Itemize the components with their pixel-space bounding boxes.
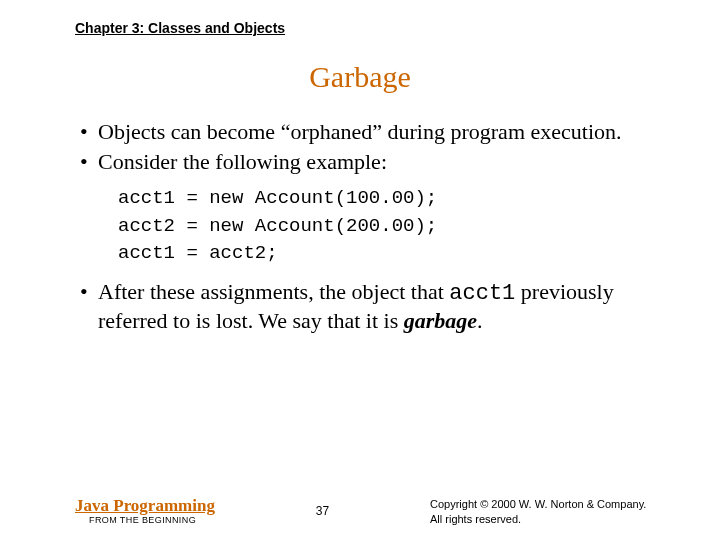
bullet-item: • Objects can become “orphaned” during p… (80, 118, 660, 146)
emphasis: garbage (404, 308, 477, 333)
bullet-dot: • (80, 148, 98, 176)
body-content: • Objects can become “orphaned” during p… (60, 118, 660, 335)
bullet-dot: • (80, 118, 98, 146)
brand-subtitle: FROM THE BEGINNING (75, 516, 215, 526)
brand-title: Java Programming (75, 497, 215, 516)
text-fragment: After these assignments, the object that (98, 279, 449, 304)
copyright-line: Copyright © 2000 W. W. Norton & Company. (430, 497, 660, 511)
code-text: acct1 = new Account(100.00); acct2 = new… (118, 185, 660, 268)
slide-title: Garbage (60, 60, 660, 94)
bullet-item: • After these assignments, the object th… (80, 278, 660, 335)
copyright: Copyright © 2000 W. W. Norton & Company.… (430, 497, 660, 526)
bullet-text: After these assignments, the object that… (98, 278, 660, 335)
bullet-dot: • (80, 278, 98, 335)
footer: Java Programming FROM THE BEGINNING 37 C… (0, 497, 720, 526)
copyright-line: All rights reserved. (430, 512, 660, 526)
inline-code: acct1 (449, 281, 515, 306)
code-block: acct1 = new Account(100.00); acct2 = new… (118, 185, 660, 268)
slide: Chapter 3: Classes and Objects Garbage •… (0, 0, 720, 335)
text-fragment: . (477, 308, 483, 333)
chapter-heading: Chapter 3: Classes and Objects (75, 20, 660, 36)
bullet-text: Consider the following example: (98, 148, 660, 176)
bullet-item: • Consider the following example: (80, 148, 660, 176)
brand-block: Java Programming FROM THE BEGINNING (75, 497, 215, 526)
page-number: 37 (316, 504, 329, 526)
bullet-text: Objects can become “orphaned” during pro… (98, 118, 660, 146)
